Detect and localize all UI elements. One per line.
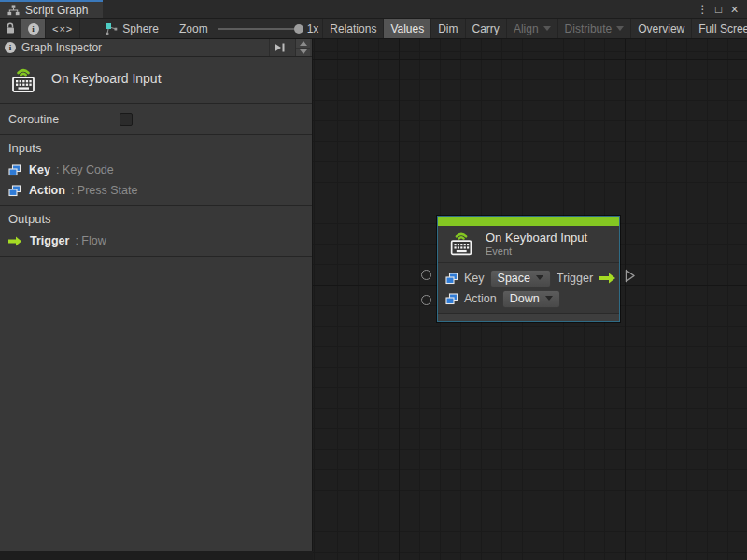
distribute-label: Distribute xyxy=(565,22,613,35)
flow-arrow-icon xyxy=(8,236,22,246)
graph-hierarchy-icon xyxy=(7,5,20,16)
align-label: Align xyxy=(514,22,539,35)
zoom-slider[interactable] xyxy=(218,28,303,30)
node-footer xyxy=(438,313,619,321)
node-event-colorbar xyxy=(438,217,619,226)
graph-inspector-header: i Graph Inspector xyxy=(0,39,312,57)
input-port-name: Key xyxy=(29,163,50,176)
coroutine-checkbox[interactable] xyxy=(120,113,133,126)
overview-button[interactable]: Overview xyxy=(631,19,692,38)
input-port-type: : Key Code xyxy=(56,163,114,176)
scroll-up-button[interactable] xyxy=(296,39,310,48)
code-view-button[interactable]: <×> xyxy=(46,19,80,38)
output-port-name: Trigger xyxy=(30,234,69,247)
flow-arrow-icon xyxy=(599,273,616,284)
coroutine-row: Coroutine xyxy=(0,104,312,135)
window-controls: ⋮ □ × xyxy=(695,0,747,18)
close-icon[interactable]: × xyxy=(726,1,742,18)
dropdown-caret-icon xyxy=(545,296,553,301)
trigger-output-port[interactable]: Trigger xyxy=(557,272,616,285)
graph-breadcrumb[interactable]: Sphere xyxy=(99,19,164,38)
scroll-down-button[interactable] xyxy=(296,48,310,57)
align-dropdown[interactable]: Align xyxy=(507,19,558,38)
zoom-control: Zoom 1x xyxy=(176,19,322,38)
graph-inspector-title: Graph Inspector xyxy=(21,41,263,54)
graph-toolbar: i <×> Sphere Zoom 1x Relations Values Di… xyxy=(0,19,747,39)
window-tab-bar: Script Graph ⋮ □ × xyxy=(0,0,747,19)
value-port-icon xyxy=(445,293,458,305)
chevron-down-icon xyxy=(616,26,624,31)
inspector-bottom-edge xyxy=(0,551,313,560)
graph-name-label: Sphere xyxy=(122,22,159,35)
dock-sidebar-icon xyxy=(274,42,286,53)
node-row-action: Action Down xyxy=(445,288,612,309)
action-value-dropdown[interactable]: Down xyxy=(502,290,560,308)
code-icon: <×> xyxy=(52,23,73,35)
tab-title: Script Graph xyxy=(25,4,88,17)
node-title: On Keyboard Input xyxy=(486,231,587,245)
full-screen-button[interactable]: Full Screen xyxy=(692,19,747,38)
info-icon: i xyxy=(5,42,16,53)
distribute-dropdown[interactable]: Distribute xyxy=(558,19,632,38)
dock-sidebar-button[interactable] xyxy=(269,39,289,56)
input-port-type: : Press State xyxy=(71,184,138,197)
coroutine-label: Coroutine xyxy=(8,113,120,126)
key-value-dropdown[interactable]: Space xyxy=(490,270,551,287)
values-button[interactable]: Values xyxy=(384,19,431,38)
graph-inspector-panel: i Graph Inspector xyxy=(0,39,313,551)
outputs-section: Outputs Trigger : Flow xyxy=(0,206,312,257)
keyboard-input-icon xyxy=(7,65,39,95)
trigger-port-connector[interactable] xyxy=(625,269,636,283)
trigger-label: Trigger xyxy=(557,272,593,285)
value-port-icon xyxy=(8,164,21,176)
node-header: On Keyboard Input Event xyxy=(438,226,619,262)
script-graph-asset-icon xyxy=(105,22,118,35)
output-port-row: Trigger : Flow xyxy=(8,231,303,251)
zoom-slider-thumb[interactable] xyxy=(294,24,303,34)
key-input-port-connector[interactable] xyxy=(421,270,431,280)
tab-script-graph[interactable]: Script Graph xyxy=(0,0,103,18)
inspector-toggle-button[interactable]: i xyxy=(21,19,46,38)
input-port-row: Action : Press State xyxy=(8,180,303,201)
zoom-label: Zoom xyxy=(179,22,208,35)
selected-unit-title: On Keyboard Input xyxy=(51,63,162,86)
key-value: Space xyxy=(498,272,530,285)
node-titles: On Keyboard Input Event xyxy=(486,231,587,257)
lock-icon xyxy=(5,22,16,35)
output-port-type: : Flow xyxy=(75,234,106,247)
inspector-scroll-spinner xyxy=(295,39,310,56)
graph-canvas[interactable]: On Keyboard Input Event Key Space Tr xyxy=(313,39,747,560)
node-row-key: Key Space Trigger xyxy=(445,268,612,288)
chevron-up-icon xyxy=(300,41,307,46)
dim-button[interactable]: Dim xyxy=(431,19,465,38)
value-port-icon xyxy=(445,273,458,285)
node-body: Key Space Trigger xyxy=(438,262,619,313)
on-keyboard-input-node[interactable]: On Keyboard Input Event Key Space Tr xyxy=(437,216,620,322)
action-input-port-connector[interactable] xyxy=(421,295,431,305)
maximize-icon[interactable]: □ xyxy=(711,1,726,18)
toolbar-toggle-group: Relations Values Dim Carry Align Distrib… xyxy=(322,19,747,38)
outputs-header: Outputs xyxy=(8,212,303,226)
chevron-down-icon xyxy=(543,26,551,31)
inputs-header: Inputs xyxy=(8,141,303,155)
action-port-label: Action xyxy=(464,292,497,305)
carry-button[interactable]: Carry xyxy=(466,19,507,38)
keyboard-input-icon xyxy=(446,230,476,258)
selected-unit-header: On Keyboard Input xyxy=(0,57,312,104)
relations-button[interactable]: Relations xyxy=(323,19,384,38)
inputs-section: Inputs Key : Key Code Action : Press Sta… xyxy=(0,135,312,206)
chevron-down-icon xyxy=(300,49,307,54)
value-port-icon xyxy=(8,185,21,197)
lock-button[interactable] xyxy=(0,19,21,38)
window-menu-icon[interactable]: ⋮ xyxy=(695,1,711,18)
action-value: Down xyxy=(510,292,540,305)
node-subtitle: Event xyxy=(486,245,587,257)
input-port-row: Key : Key Code xyxy=(8,160,303,180)
info-icon: i xyxy=(28,23,39,35)
dropdown-caret-icon xyxy=(536,275,543,280)
input-port-name: Action xyxy=(29,184,65,197)
zoom-value: 1x xyxy=(307,22,319,35)
key-port-label: Key xyxy=(464,272,485,285)
